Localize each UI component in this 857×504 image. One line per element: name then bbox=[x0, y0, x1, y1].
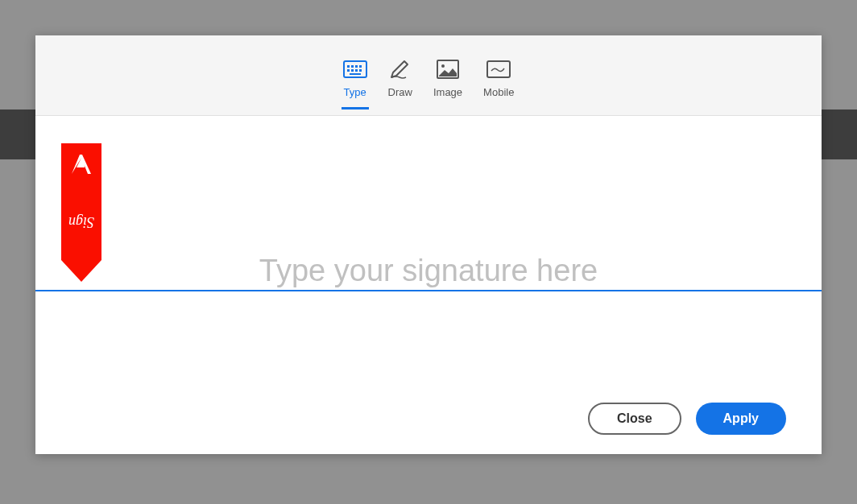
svg-rect-9 bbox=[350, 73, 361, 75]
tab-mobile[interactable]: Mobile bbox=[482, 52, 515, 98]
tabs-container: Type Draw bbox=[342, 52, 516, 98]
signature-dialog: Type Draw bbox=[35, 35, 822, 454]
dialog-footer: Close Apply bbox=[35, 383, 822, 454]
svg-rect-5 bbox=[347, 69, 350, 72]
tab-mobile-label: Mobile bbox=[483, 86, 514, 98]
svg-rect-7 bbox=[355, 69, 358, 72]
svg-rect-12 bbox=[487, 61, 510, 77]
tab-type[interactable]: Type bbox=[342, 52, 369, 98]
apply-button[interactable]: Apply bbox=[696, 403, 786, 435]
dialog-header: Type Draw bbox=[35, 35, 822, 116]
close-button[interactable]: Close bbox=[588, 403, 681, 435]
dialog-content: Sign bbox=[35, 116, 822, 383]
svg-point-11 bbox=[441, 64, 445, 68]
svg-rect-3 bbox=[355, 65, 358, 68]
svg-rect-4 bbox=[359, 65, 362, 68]
svg-rect-8 bbox=[359, 69, 362, 72]
keyboard-icon bbox=[343, 57, 367, 81]
svg-rect-2 bbox=[351, 65, 354, 68]
tab-draw-label: Draw bbox=[388, 86, 412, 98]
svg-rect-6 bbox=[351, 69, 354, 72]
tab-draw[interactable]: Draw bbox=[387, 52, 414, 98]
pen-icon bbox=[388, 57, 412, 81]
tab-image[interactable]: Image bbox=[432, 52, 464, 98]
tab-image-label: Image bbox=[433, 86, 462, 98]
tablet-icon bbox=[486, 57, 511, 81]
tab-type-label: Type bbox=[344, 86, 366, 98]
signature-area bbox=[35, 116, 822, 291]
svg-rect-1 bbox=[347, 65, 350, 68]
signature-input[interactable] bbox=[35, 247, 822, 291]
image-icon bbox=[436, 57, 460, 81]
